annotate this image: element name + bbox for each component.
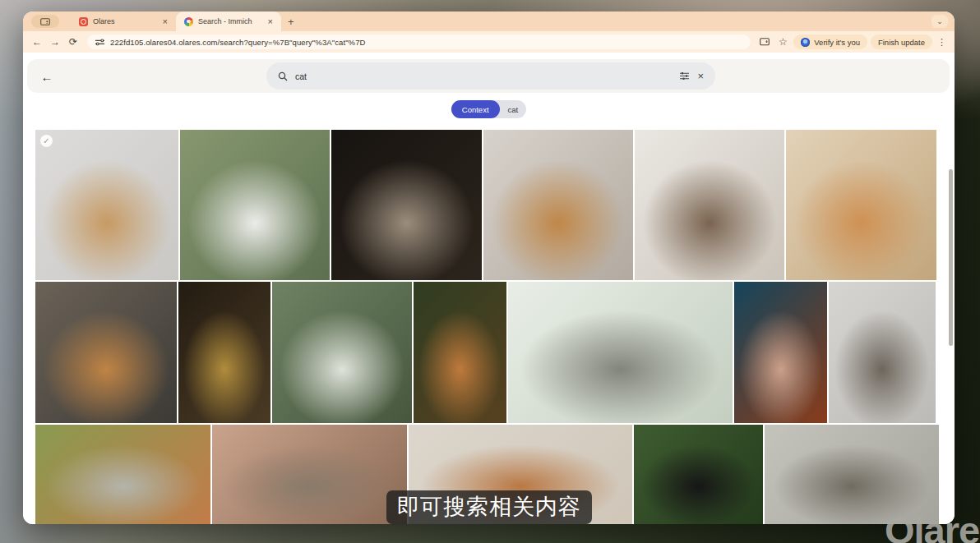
reload-button[interactable]: ⟳ bbox=[66, 35, 81, 49]
photo-teal-eyed-golden-cat[interactable] bbox=[786, 130, 936, 280]
search-query-text: cat bbox=[295, 71, 672, 81]
photo-cat-butterfly-nose[interactable] bbox=[734, 282, 827, 423]
install-app-icon[interactable] bbox=[757, 35, 772, 49]
site-settings-icon bbox=[95, 39, 104, 46]
tab-overview-icon bbox=[40, 18, 50, 25]
photo-ginger-face-green-eyes[interactable] bbox=[35, 282, 177, 423]
tab-olares[interactable]: Olares × bbox=[71, 12, 176, 31]
photo-ragdoll-dreamcatcher[interactable] bbox=[180, 130, 330, 280]
subtitle-caption: 即可搜索相关内容 bbox=[386, 490, 592, 524]
clear-search-icon[interactable]: × bbox=[697, 70, 704, 82]
forward-button[interactable]: → bbox=[48, 35, 62, 49]
photo-tabby-standing-studio[interactable] bbox=[829, 282, 936, 423]
finish-update-button[interactable]: Finish update bbox=[871, 35, 932, 49]
photo-silver-tabby-garden[interactable] bbox=[35, 425, 210, 524]
search-mode-segmented-control: Context cat bbox=[451, 100, 526, 118]
photo-maine-coon-dark[interactable] bbox=[331, 130, 482, 280]
photo-golden-cat-on-bed[interactable] bbox=[483, 130, 633, 280]
profile-avatar-icon bbox=[801, 38, 810, 47]
bookmark-star-icon[interactable]: ☆ bbox=[775, 35, 790, 49]
tab-olares-close-icon[interactable]: × bbox=[161, 17, 169, 26]
photo-tuxedo-cat-grass[interactable] bbox=[634, 425, 763, 524]
photo-grid-row bbox=[35, 282, 939, 423]
search-filter-row: Context cat bbox=[23, 100, 955, 120]
url-bar[interactable]: 222fd105.olares04.olares.com/search?quer… bbox=[87, 35, 751, 49]
verify-its-you-button[interactable]: Verify it's you bbox=[793, 35, 867, 49]
select-check-icon[interactable]: ✓ bbox=[40, 135, 53, 147]
verify-its-you-label: Verify it's you bbox=[814, 38, 860, 47]
photo-cat-golden-helmet[interactable] bbox=[178, 282, 270, 423]
finish-update-label: Finish update bbox=[878, 38, 925, 47]
scrollbar-thumb[interactable] bbox=[949, 169, 953, 346]
photo-golden-cat-with-plush-toy[interactable]: ✓ bbox=[35, 130, 178, 280]
query-chip[interactable]: cat bbox=[500, 105, 527, 114]
tab-immich-label: Search - Immich bbox=[198, 17, 261, 25]
browser-menu-icon[interactable]: ⋮ bbox=[936, 37, 948, 48]
immich-icon bbox=[184, 17, 193, 26]
tabstrip-chevron-icon[interactable]: ⌄ bbox=[931, 15, 948, 28]
search-icon bbox=[278, 71, 288, 81]
browser-window: Olares × Search - Immich × + ⌄ ← → ⟳ 222… bbox=[23, 12, 955, 524]
immich-search-page: ← cat × Context cat ✓ bbox=[23, 53, 955, 524]
photo-orange-kitten-closeup[interactable] bbox=[414, 282, 506, 423]
photo-ragdoll-teal-basket[interactable] bbox=[272, 282, 412, 423]
new-tab-button[interactable]: + bbox=[281, 16, 301, 28]
tab-olares-label: Olares bbox=[93, 17, 156, 25]
photo-grid-row: ✓ bbox=[35, 130, 939, 280]
context-mode-button[interactable]: Context bbox=[451, 100, 500, 118]
photo-grid: ✓ bbox=[35, 130, 939, 524]
search-input[interactable]: cat × bbox=[266, 62, 715, 90]
back-button[interactable]: ← bbox=[30, 35, 44, 49]
olares-watermark: Olares bbox=[885, 508, 980, 543]
search-header: ← cat × bbox=[27, 59, 950, 93]
tab-overview-button[interactable] bbox=[31, 15, 59, 28]
photo-blue-eyed-cat-blanket[interactable] bbox=[635, 130, 784, 280]
page-back-button[interactable]: ← bbox=[39, 68, 55, 85]
photo-gray-cat-wide[interactable] bbox=[508, 282, 733, 423]
tab-search-immich[interactable]: Search - Immich × bbox=[176, 12, 281, 31]
browser-tab-strip: Olares × Search - Immich × + ⌄ bbox=[23, 12, 955, 31]
browser-toolbar: ← → ⟳ 222fd105.olares04.olares.com/searc… bbox=[23, 31, 955, 53]
url-text: 222fd105.olares04.olares.com/search?quer… bbox=[110, 38, 366, 47]
filter-tune-icon[interactable] bbox=[679, 71, 690, 81]
tab-immich-close-icon[interactable]: × bbox=[266, 17, 275, 26]
olares-app-icon bbox=[79, 17, 88, 26]
photo-newborn-kitten-in-hand[interactable] bbox=[212, 425, 407, 524]
